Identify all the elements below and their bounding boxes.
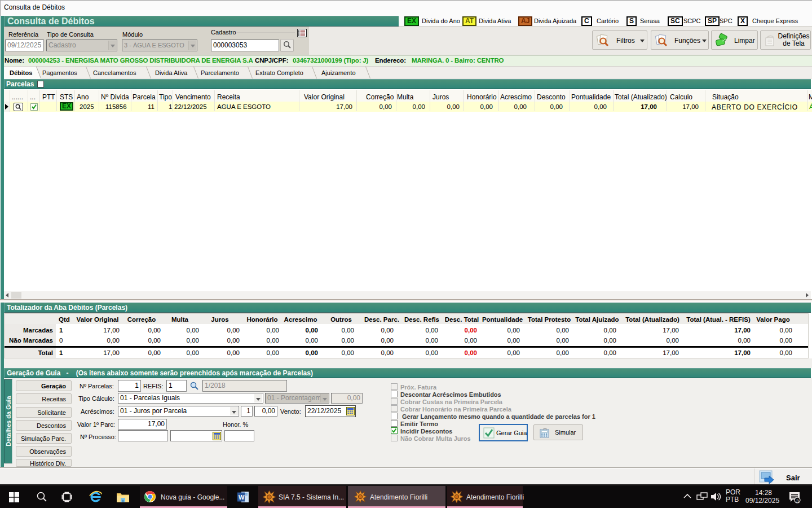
svg-text:3: 3 xyxy=(796,498,799,503)
svg-text:W: W xyxy=(239,494,245,501)
